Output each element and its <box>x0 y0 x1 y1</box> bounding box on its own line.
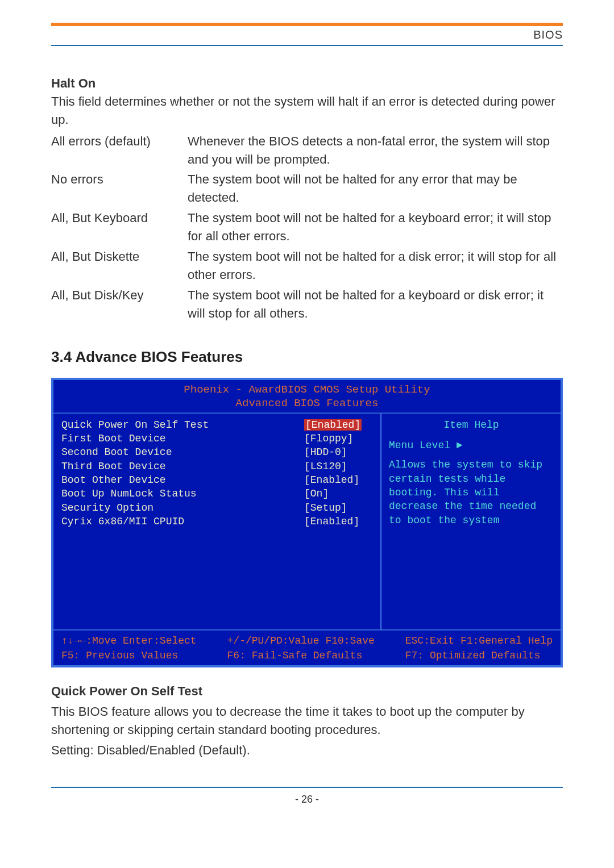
bios-title: Phoenix - AwardBIOS CMOS Setup Utility A… <box>53 380 561 414</box>
bios-help-text: Allows the system to skip certain tests … <box>389 458 554 527</box>
halt-label: No errors <box>51 169 188 208</box>
bios-setting-row[interactable]: Boot Other Device [Enabled] <box>61 473 372 487</box>
bios-setting-value: [Enabled] <box>304 515 372 528</box>
bios-setting-row[interactable]: Third Boot Device [LS120] <box>61 460 372 473</box>
qpost-title: Quick Power On Self Test <box>51 682 563 700</box>
bios-setting-value: [HDD-0] <box>304 445 372 459</box>
page-number: - 26 - <box>295 794 319 805</box>
qpost-p1: This BIOS feature allows you to decrease… <box>51 703 563 739</box>
bios-setting-label: Cyrix 6x86/MII CPUID <box>61 515 304 528</box>
bios-hint: F6: Fail-Safe Defaults <box>227 650 363 661</box>
bios-setting-row[interactable]: First Boot Device [Floppy] <box>61 432 372 445</box>
halt-label: All, But Disk/Key <box>51 285 188 324</box>
table-row: All, But Disk/Key The system boot will n… <box>51 285 563 324</box>
bios-setting-label: Third Boot Device <box>61 460 304 473</box>
bios-hint: F7: Optimized Defaults <box>405 650 541 661</box>
bios-setting-label: Quick Power On Self Test <box>61 418 304 432</box>
bios-setting-row[interactable]: Quick Power On Self Test [Enabled] <box>61 418 372 432</box>
bios-setting-row[interactable]: Boot Up NumLock Status [On] <box>61 487 372 500</box>
bios-hint: ↑↓→←:Move Enter:Select <box>61 635 197 646</box>
bios-setting-value: [Enabled] <box>304 418 372 432</box>
qpost-p2: Setting: Disabled/Enabled (Default). <box>51 741 563 760</box>
bios-setting-value: [Floppy] <box>304 432 372 445</box>
bios-setting-label: Boot Other Device <box>61 473 304 487</box>
bios-setting-label: Second Boot Device <box>61 445 304 459</box>
bios-screenshot: Phoenix - AwardBIOS CMOS Setup Utility A… <box>51 378 563 667</box>
halt-on-title: Halt On <box>51 74 563 93</box>
halt-label: All, But Keyboard <box>51 208 188 247</box>
halt-desc: The system boot will not be halted for a… <box>188 285 563 324</box>
bios-title-line2: Advanced BIOS Features <box>236 397 379 410</box>
table-row: No errors The system boot will not be ha… <box>51 169 563 208</box>
bios-hint: F5: Previous Values <box>61 650 178 661</box>
bios-footer-hints: ↑↓→←:Move Enter:Select F5: Previous Valu… <box>53 629 561 665</box>
halt-label: All errors (default) <box>51 131 188 170</box>
bios-hint: +/-/PU/PD:Value F10:Save <box>227 635 375 646</box>
bios-setting-value: [LS120] <box>304 460 372 473</box>
bios-setting-row[interactable]: Second Boot Device [HDD-0] <box>61 445 372 459</box>
halt-desc: Whenever the BIOS detects a non-fatal er… <box>188 131 563 170</box>
bios-settings-panel: Quick Power On Self Test [Enabled] First… <box>53 414 380 629</box>
table-row: All errors (default) Whenever the BIOS d… <box>51 131 563 170</box>
halt-desc: The system boot will not be halted for a… <box>188 169 563 208</box>
page-header-label: BIOS <box>533 28 563 41</box>
bios-setting-row[interactable]: Security Option [Setup] <box>61 501 372 515</box>
bios-menu-level: Menu Level ► <box>389 439 554 452</box>
table-row: All, But Diskette The system boot will n… <box>51 247 563 285</box>
bios-setting-label: Boot Up NumLock Status <box>61 487 304 500</box>
halt-desc: The system boot will not be halted for a… <box>188 247 563 285</box>
bios-title-line1: Phoenix - AwardBIOS CMOS Setup Utility <box>184 383 430 396</box>
bios-setting-label: First Boot Device <box>61 432 304 445</box>
bios-setting-value: [Setup] <box>304 501 372 515</box>
table-row: All, But Keyboard The system boot will n… <box>51 208 563 247</box>
halt-label: All, But Diskette <box>51 247 188 285</box>
halt-desc: The system boot will not be halted for a… <box>188 208 563 247</box>
halt-on-intro: This field determines whether or not the… <box>51 93 563 129</box>
section-heading-advance-bios: 3.4 Advance BIOS Features <box>51 347 563 368</box>
halt-on-table: All errors (default) Whenever the BIOS d… <box>51 131 563 324</box>
bios-help-panel: Item Help Menu Level ► Allows the system… <box>380 414 561 629</box>
bios-hint: ESC:Exit F1:General Help <box>405 635 553 646</box>
bios-help-title: Item Help <box>389 418 554 432</box>
bios-setting-value: [Enabled] <box>304 473 372 487</box>
bios-setting-value: [On] <box>304 487 372 500</box>
bios-setting-row[interactable]: Cyrix 6x86/MII CPUID [Enabled] <box>61 515 372 528</box>
bios-setting-label: Security Option <box>61 501 304 515</box>
